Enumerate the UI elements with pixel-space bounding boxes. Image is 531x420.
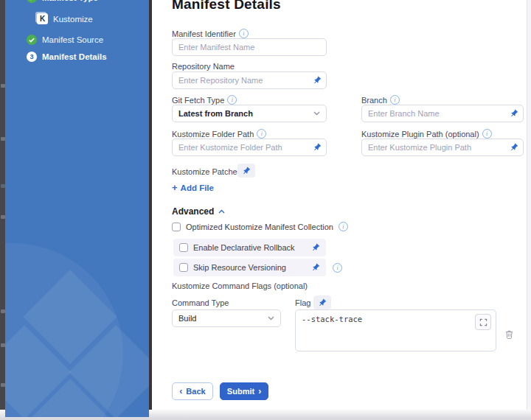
sidebar-step-manifest-type[interactable]: Manifest Type <box>27 0 98 3</box>
trash-icon <box>505 330 513 339</box>
manifest-identifier-label: Manifest Identifier i <box>172 29 249 38</box>
runtime-input-pin-icon[interactable] <box>313 143 322 152</box>
chevron-down-icon <box>268 316 274 321</box>
command-flags-section-label: Kustomize Command Flags (optional) <box>172 281 308 290</box>
pin-icon <box>242 167 251 175</box>
chevron-down-icon <box>313 111 320 116</box>
pin-icon <box>318 298 327 307</box>
info-icon[interactable]: i <box>482 129 492 139</box>
check-icon <box>27 35 37 45</box>
kustomize-icon: K <box>37 13 48 24</box>
info-icon[interactable]: i <box>390 95 400 105</box>
kustomize-plugin-path-label: Kustomize Plugin Path (optional) i <box>361 129 492 139</box>
add-file-button[interactable]: + Add File <box>172 183 214 192</box>
runtime-input-pin-icon[interactable] <box>510 143 518 152</box>
back-button[interactable]: ‹ Back <box>172 382 213 400</box>
manifest-details-panel: Manifest Details Manifest Identifier i R… <box>152 0 531 410</box>
modal-right-edge <box>527 0 531 410</box>
git-fetch-type-label: Git Fetch Type i <box>172 95 237 105</box>
branch-input[interactable] <box>361 105 524 122</box>
info-icon[interactable]: i <box>339 222 348 231</box>
sidebar-step-manifest-source[interactable]: Manifest Source <box>27 35 103 45</box>
info-icon[interactable]: i <box>333 263 342 273</box>
chevron-right-icon: › <box>258 387 261 396</box>
wizard-sidebar: Manifest Type K Kustomize Manifest Sourc… <box>5 0 149 417</box>
step-label: Manifest Source <box>42 35 103 44</box>
command-type-label: Command Type <box>172 298 229 307</box>
repository-name-label: Repository Name <box>172 62 235 71</box>
info-icon[interactable]: i <box>257 129 266 139</box>
page-title: Manifest Details <box>172 0 281 13</box>
info-icon[interactable]: i <box>227 95 237 105</box>
check-icon <box>27 0 37 3</box>
skip-versioning-row: Skip Resource Versioning <box>173 259 326 276</box>
expand-icon <box>479 318 487 326</box>
expand-editor-button[interactable] <box>475 314 491 330</box>
delete-flag-button[interactable] <box>505 330 513 339</box>
submit-button[interactable]: Submit › <box>220 382 268 400</box>
declarative-rollback-checkbox[interactable] <box>179 243 188 252</box>
runtime-input-pin-button[interactable] <box>313 295 331 309</box>
kustomize-folder-path-label: Kustomize Folder Path i <box>172 129 266 139</box>
optimized-collection-row: Optimized Kustomize Manifest Collection … <box>172 222 348 231</box>
step-label: Manifest Details <box>42 52 107 61</box>
repository-name-input[interactable] <box>172 71 327 89</box>
step-label: Manifest Type <box>42 0 98 2</box>
dimmed-page-edge <box>0 0 5 420</box>
flag-textarea[interactable]: --stack-trace <box>295 309 496 351</box>
kustomize-plugin-path-input[interactable] <box>361 139 524 156</box>
command-type-select[interactable]: Build <box>172 309 281 327</box>
runtime-input-pin-icon[interactable] <box>510 109 518 118</box>
runtime-input-pin-button[interactable] <box>237 164 255 178</box>
branch-label: Branch i <box>361 95 400 105</box>
step-label: Kustomize <box>53 15 93 24</box>
chevron-left-icon: ‹ <box>179 387 182 396</box>
kustomize-folder-path-input[interactable] <box>172 139 327 156</box>
declarative-rollback-row: Enable Declarative Rollback <box>173 239 326 256</box>
advanced-section-toggle[interactable]: Advanced <box>172 206 225 217</box>
git-fetch-type-select[interactable]: Latest from Branch <box>172 105 327 122</box>
manifest-wizard-modal: Manifest Type K Kustomize Manifest Sourc… <box>0 0 531 420</box>
runtime-input-pin-icon[interactable] <box>313 76 322 85</box>
runtime-input-pin-icon[interactable] <box>311 243 320 252</box>
step-number-badge: 3 <box>27 52 37 62</box>
optimized-collection-checkbox[interactable] <box>172 223 181 231</box>
panel-separator <box>149 0 152 410</box>
plus-icon: + <box>172 183 178 192</box>
sidebar-step-manifest-details[interactable]: 3 Manifest Details <box>27 52 107 62</box>
flag-label: Flag <box>295 298 310 307</box>
skip-versioning-checkbox[interactable] <box>179 263 188 272</box>
manifest-identifier-input[interactable] <box>172 38 327 56</box>
runtime-input-pin-icon[interactable] <box>311 263 320 272</box>
chevron-up-icon <box>218 209 225 214</box>
sidebar-step-kustomize[interactable]: K Kustomize <box>37 13 93 24</box>
info-icon[interactable]: i <box>239 29 249 38</box>
